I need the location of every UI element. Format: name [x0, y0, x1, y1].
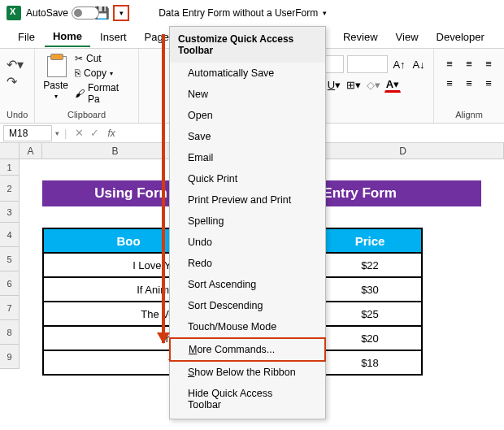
clipboard-group-label: Clipboard — [41, 110, 131, 119]
align-top-icon[interactable]: ≡ — [441, 55, 458, 72]
cell-price[interactable]: $18 — [318, 350, 422, 375]
select-all-corner[interactable] — [0, 143, 20, 159]
row-header[interactable]: 4 — [0, 223, 20, 247]
col-header-d[interactable]: D — [302, 143, 504, 159]
cell-price[interactable]: $20 — [318, 326, 422, 350]
fx-icon[interactable]: fx — [102, 128, 119, 139]
align-left-icon[interactable]: ≡ — [441, 75, 458, 91]
menu-header: Customize Quick Access Toolbar — [170, 27, 325, 63]
cut-icon: ✂ — [75, 53, 83, 64]
col-header-b[interactable]: B — [42, 143, 189, 159]
redo-button[interactable]: ↷ — [7, 74, 17, 89]
row-header[interactable]: 7 — [0, 296, 20, 320]
undo-button[interactable]: ↶▾ — [7, 57, 24, 72]
toggle-switch-icon[interactable] — [72, 7, 99, 20]
format-painter-button[interactable]: 🖌Format Pa — [73, 81, 132, 106]
increase-font-icon[interactable]: A↑ — [391, 56, 407, 72]
menu-new[interactable]: New — [170, 84, 325, 105]
alignment-group-label: Alignm — [441, 110, 497, 119]
align-middle-icon[interactable]: ≡ — [460, 55, 478, 72]
tab-insert[interactable]: Insert — [92, 28, 135, 46]
col-header-a[interactable]: A — [20, 143, 42, 159]
menu-auto-save[interactable]: Automatically Save — [170, 63, 325, 84]
align-center-icon[interactable]: ≡ — [460, 75, 478, 91]
fill-color-button[interactable]: ◇▾ — [365, 76, 381, 93]
row-header[interactable]: 8 — [0, 320, 20, 345]
row-header[interactable]: 5 — [0, 247, 20, 271]
cell-price[interactable]: $30 — [318, 277, 422, 302]
menu-hide-qat[interactable]: Hide Quick Access Toolbar — [170, 383, 325, 415]
paste-button[interactable]: Paste ▾ — [41, 52, 70, 102]
qat-customize-menu: Customize Quick Access Toolbar Automatic… — [169, 26, 326, 419]
menu-touch-mode[interactable]: Touch/Mouse Mode — [170, 316, 325, 337]
th-price[interactable]: Price — [318, 228, 422, 253]
banner-left-text: Using Forn — [42, 180, 169, 206]
tab-home[interactable]: Home — [45, 27, 90, 47]
font-color-button[interactable]: A▾ — [385, 76, 401, 93]
underline-button[interactable]: U▾ — [326, 76, 342, 93]
cell-price[interactable]: $22 — [318, 253, 422, 277]
row-header[interactable]: 1 — [0, 159, 20, 176]
menu-redo[interactable]: Redo — [170, 253, 325, 274]
copy-button[interactable]: ⎘Copy▾ — [73, 67, 132, 80]
qat-dropdown-button[interactable]: ▾ — [113, 5, 129, 21]
tab-review[interactable]: Review — [335, 28, 386, 46]
autosave-label: AutoSave — [26, 7, 68, 19]
cut-button[interactable]: ✂Cut — [73, 52, 132, 65]
paste-icon — [45, 54, 67, 78]
decrease-font-icon[interactable]: A↓ — [411, 56, 427, 72]
menu-email[interactable]: Email — [170, 147, 325, 168]
undo-group-label: Undo — [7, 110, 28, 119]
row-header[interactable]: 9 — [0, 345, 20, 369]
menu-sort-asc[interactable]: Sort Ascending — [170, 274, 325, 295]
row-header[interactable]: 6 — [0, 271, 20, 296]
menu-sort-desc[interactable]: Sort Descending — [170, 295, 325, 316]
align-bottom-icon[interactable]: ≡ — [480, 55, 497, 72]
border-button[interactable]: ⊞▾ — [345, 76, 362, 93]
cell-price[interactable]: $25 — [318, 302, 422, 326]
menu-print-preview[interactable]: Print Preview and Print — [170, 189, 325, 211]
font-size-box[interactable] — [347, 55, 388, 73]
menu-save[interactable]: Save — [170, 126, 325, 147]
row-header[interactable]: 2 — [0, 176, 20, 202]
copy-icon: ⎘ — [75, 67, 80, 79]
tab-file[interactable]: File — [10, 28, 43, 46]
menu-undo[interactable]: Undo — [170, 232, 325, 253]
annotation-arrow — [162, 34, 165, 343]
brush-icon: 🖌 — [75, 88, 85, 99]
menu-show-below[interactable]: Show Below the Ribbon — [170, 362, 325, 383]
menu-quick-print[interactable]: Quick Print — [170, 168, 325, 189]
cancel-icon[interactable]: ✕ — [72, 127, 87, 139]
menu-open[interactable]: Open — [170, 105, 325, 126]
document-title: Data Entry Form without a UserForm — [159, 7, 318, 19]
excel-logo-icon — [7, 6, 21, 20]
confirm-icon[interactable]: ✓ — [87, 127, 102, 139]
name-box[interactable]: M18 — [3, 125, 52, 141]
tab-view[interactable]: View — [388, 28, 427, 46]
title-bar: AutoSave Off 💾 ▾ Data Entry Form without… — [0, 0, 504, 26]
row-header[interactable]: 3 — [0, 202, 20, 223]
autosave-toggle[interactable]: AutoSave Off — [26, 7, 90, 20]
menu-spelling[interactable]: Spelling — [170, 211, 325, 232]
title-dropdown-icon[interactable]: ▾ — [323, 9, 327, 17]
align-right-icon[interactable]: ≡ — [480, 75, 497, 91]
tab-developer[interactable]: Developer — [428, 28, 493, 46]
menu-more-commands[interactable]: More Commands... — [169, 337, 326, 362]
